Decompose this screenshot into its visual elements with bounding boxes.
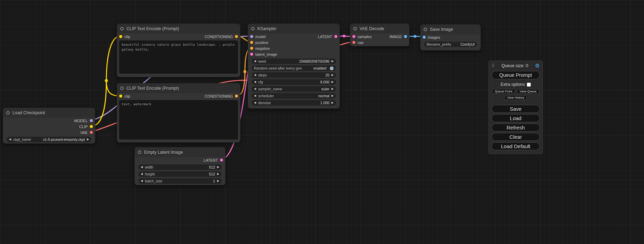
latent-slot-dot[interactable] [250,53,253,56]
clear-button[interactable]: Clear [492,133,540,141]
queue-prompt-button[interactable]: Queue Prompt [492,71,540,79]
view-queue-button[interactable]: View Queue [517,89,539,94]
conditioning-slot-dot[interactable] [250,47,253,50]
extra-options-checkbox[interactable] [527,83,531,87]
model-slot-dot[interactable] [90,119,93,122]
widget-random-seed-toggle[interactable]: Random seed after every gen enabled [252,65,336,71]
output-slot-conditioning[interactable]: CONDITIONING [205,94,238,98]
latent-slot-dot[interactable] [220,159,223,162]
widget-batch-size[interactable]: ◀ batch_size 1 ▶ [138,178,222,184]
left-arrow-icon[interactable]: ◀ [9,138,11,141]
input-slot-samples[interactable]: samples [352,35,372,39]
node-title-bar[interactable]: Save Image [421,25,480,34]
widget-ckpt-name[interactable]: ◀ ckpt_name v1-5-pruned-emaonly.ckpt ▶ [7,137,91,142]
view-history-button[interactable]: View History [504,95,527,100]
node-clip-text-encode-positive[interactable]: CLIP Text Encode (Prompt) clip CONDITION… [117,24,240,77]
widget-denoise[interactable]: ◀ denoise 1.000 ▶ [252,100,336,106]
settings-gear-icon[interactable]: ⚙ [535,63,540,69]
reroute-dot-conditioning[interactable] [244,70,247,73]
left-arrow-icon[interactable]: ◀ [254,81,256,83]
input-slot-latent-image[interactable]: latent_image [250,52,277,56]
left-arrow-icon[interactable]: ◀ [254,94,256,97]
node-empty-latent-image[interactable]: Empty Latent Image LATENT ◀ width 512 ▶ … [134,147,226,185]
right-arrow-icon[interactable]: ▶ [87,138,89,141]
collapse-dot-icon[interactable] [353,27,357,30]
widget-steps[interactable]: ◀ steps 20 ▶ [252,72,336,78]
vae-slot-dot[interactable] [90,131,93,134]
output-slot-vae[interactable]: VAE [80,130,93,135]
node-load-checkpoint[interactable]: Load Checkpoint MODEL CLIP VAE ◀ ckpt_na… [3,108,95,144]
clip-slot-dot[interactable] [90,125,93,128]
widget-cfg[interactable]: ◀ cfg 8.000 ▶ [252,79,336,85]
load-button[interactable]: Load [492,114,540,122]
input-slot-vae[interactable]: vae [352,40,364,45]
reroute-dot-latent[interactable] [343,35,345,37]
input-slot-model[interactable]: model [250,35,266,39]
input-slot-negative[interactable]: negative [250,46,270,51]
clip-slot-dot[interactable] [119,35,122,38]
right-arrow-icon[interactable]: ▶ [332,81,334,83]
save-button[interactable]: Save [492,105,540,113]
load-default-button[interactable]: Load Default [492,142,540,150]
prompt-text-input[interactable]: text, watermark [119,100,238,139]
left-arrow-icon[interactable]: ◀ [254,88,256,90]
node-vae-decode[interactable]: VAE Decode IMAGE samples vae [350,24,409,46]
output-slot-latent[interactable]: LATENT [204,158,223,162]
collapse-dot-icon[interactable] [138,151,141,154]
node-ksampler[interactable]: KSampler LATENT model positive negative [248,24,340,109]
node-title-bar[interactable]: CLIP Text Encode (Prompt) [117,83,240,93]
collapse-dot-icon[interactable] [251,27,255,30]
left-arrow-icon[interactable]: ◀ [141,173,143,175]
widget-filename-prefix[interactable]: filename_prefix ComfyUI [424,42,477,47]
model-slot-dot[interactable] [250,35,253,38]
input-slot-clip[interactable]: clip [119,35,130,39]
node-title-bar[interactable]: Empty Latent Image [135,147,225,157]
toggle-icon[interactable] [330,66,334,70]
output-slot-conditioning[interactable]: CONDITIONING [205,35,238,39]
latent-slot-dot[interactable] [352,35,355,38]
input-slot-positive[interactable]: positive [250,40,268,45]
reroute-dot-image[interactable] [414,35,416,38]
widget-seed[interactable]: ◀ seed 156680208700286 ▶ [252,58,336,64]
left-arrow-icon[interactable]: ◀ [254,101,256,104]
widget-height[interactable]: ◀ height 512 ▶ [138,171,222,177]
collapse-dot-icon[interactable] [6,111,10,115]
prompt-text-input[interactable]: beautiful scenery nature glass bottle la… [119,40,238,74]
image-slot-dot[interactable] [423,36,426,39]
left-arrow-icon[interactable]: ◀ [254,74,256,76]
left-arrow-icon[interactable]: ◀ [254,60,256,63]
collapse-dot-icon[interactable] [120,27,124,30]
right-arrow-icon[interactable]: ▶ [332,94,334,97]
collapse-dot-icon[interactable] [424,28,427,31]
right-arrow-icon[interactable]: ▶ [332,101,334,104]
collapse-dot-icon[interactable] [120,87,124,90]
conditioning-slot-dot[interactable] [235,94,238,98]
conditioning-slot-dot[interactable] [250,41,253,44]
node-title-bar[interactable]: CLIP Text Encode (Prompt) [117,24,240,34]
drag-handle-icon[interactable]: ⠿ [492,63,495,68]
conditioning-slot-dot[interactable] [235,35,238,38]
queue-front-button[interactable]: Queue Front [492,89,515,94]
output-slot-model[interactable]: MODEL [74,119,93,123]
node-title-bar[interactable]: Load Checkpoint [3,108,95,118]
node-clip-text-encode-negative[interactable]: CLIP Text Encode (Prompt) clip CONDITION… [117,83,240,143]
output-slot-clip[interactable]: CLIP [79,125,93,129]
input-slot-images[interactable]: images [423,35,440,39]
widget-width[interactable]: ◀ width 512 ▶ [138,164,222,170]
vae-slot-dot[interactable] [352,41,355,44]
refresh-button[interactable]: Refresh [492,124,540,132]
reroute-dot-clip[interactable] [105,79,108,82]
widget-sampler-name[interactable]: ◀ sampler_name euler ▶ [252,86,336,92]
input-slot-clip[interactable]: clip [119,94,130,98]
right-arrow-icon[interactable]: ▶ [332,60,334,63]
right-arrow-icon[interactable]: ▶ [332,88,334,90]
right-arrow-icon[interactable]: ▶ [217,173,219,175]
right-arrow-icon[interactable]: ▶ [332,74,334,76]
node-title-bar[interactable]: VAE Decode [350,24,409,34]
widget-scheduler[interactable]: ◀ scheduler normal ▶ [252,93,336,99]
clip-slot-dot[interactable] [119,94,122,98]
left-arrow-icon[interactable]: ◀ [141,180,143,182]
node-save-image[interactable]: Save Image images filename_prefix ComfyU… [420,24,481,51]
left-arrow-icon[interactable]: ◀ [141,166,143,169]
node-graph-canvas[interactable]: Load Checkpoint MODEL CLIP VAE ◀ ckpt_na… [0,0,644,244]
